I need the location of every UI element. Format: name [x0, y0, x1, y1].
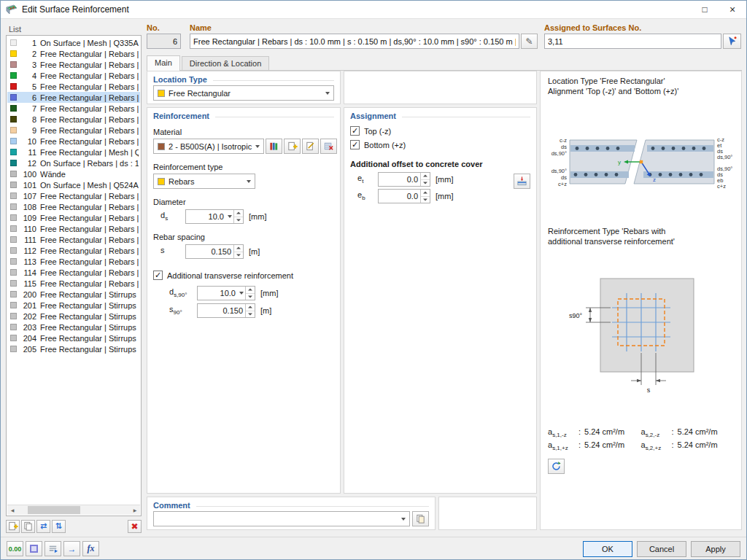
copy-reinforcement-button[interactable]	[21, 520, 35, 533]
apply-button[interactable]: Apply	[691, 541, 740, 557]
scroll-thumb[interactable]	[28, 506, 80, 514]
item-color-swatch	[10, 39, 17, 46]
list-item[interactable]: 112 Free Rectangular | Rebars | ds : 14.…	[7, 245, 140, 256]
tab-main[interactable]: Main	[147, 55, 180, 71]
tab-direction-location[interactable]: Direction & Location	[182, 56, 269, 70]
list-item[interactable]: 100 Wände	[7, 168, 140, 179]
material-select[interactable]: 2 - B500S(A) | Isotropic | Linear...	[153, 139, 264, 154]
name-label: Name	[190, 23, 519, 33]
list-lines-icon	[47, 543, 58, 554]
s-spinner[interactable]	[233, 245, 243, 258]
list-item[interactable]: 11 Free Rectangular | Mesh | Q257A | Top	[7, 147, 140, 158]
list-item[interactable]: 10 Free Rectangular | Rebars | ds : 10.0…	[7, 136, 140, 147]
scroll-left-icon[interactable]: ◀	[7, 505, 18, 515]
ds-spinner[interactable]	[233, 210, 243, 223]
list-item[interactable]: 114 Free Rectangular | Rebars | ds : 14.…	[7, 267, 140, 278]
formula-button[interactable]: fx	[82, 541, 99, 556]
transverse-reinforcement-checkbox[interactable]: ✓	[153, 271, 163, 280]
list-item[interactable]: 8 Free Rectangular | Rebars | ds : 10.0 …	[7, 114, 140, 125]
maximize-button[interactable]: □	[691, 1, 719, 18]
s90-spinner[interactable]	[245, 304, 255, 317]
list-item[interactable]: 200 Free Rectangular | Stirrups | ds,t :…	[7, 289, 140, 300]
pick-surfaces-button[interactable]	[723, 34, 741, 49]
list-item[interactable]: 3 Free Rectangular | Rebars | ds : 10.0 …	[7, 59, 140, 70]
list-item[interactable]: 108 Free Rectangular | Rebars | ds : 14.…	[7, 201, 140, 212]
edit-material-button[interactable]	[302, 139, 319, 154]
list-item[interactable]: 110 Free Rectangular | Rebars | ds : 14.…	[7, 223, 140, 234]
list-item[interactable]: 5 Free Rectangular | Rebars | ds : 10.0 …	[7, 81, 140, 92]
item-number: 203	[19, 323, 36, 332]
list-item[interactable]: 9 Free Rectangular | Rebars | ds : 10.0 …	[7, 125, 140, 136]
assigned-surfaces-input[interactable]	[544, 34, 721, 49]
import-items-button[interactable]: ⇄	[36, 520, 50, 533]
item-color-swatch	[10, 182, 17, 188]
cancel-button[interactable]: Cancel	[637, 541, 686, 557]
list-item[interactable]: 203 Free Rectangular | Stirrups | ds,t :…	[7, 322, 140, 332]
location-type-select[interactable]: Free Rectangular	[153, 85, 334, 101]
transfer-button[interactable]: →	[63, 541, 80, 556]
item-color-swatch	[10, 94, 17, 101]
material-library-button[interactable]	[266, 139, 282, 154]
delete-reinforcement-button[interactable]: ✖	[128, 520, 142, 533]
list-item[interactable]: 115 Free Rectangular | Rebars | ds : 14.…	[7, 278, 140, 289]
list-item[interactable]: 204 Free Rectangular | Stirrups | ds,t :…	[7, 332, 140, 343]
list-item[interactable]: 109 Free Rectangular | Rebars | ds : 14.…	[7, 212, 140, 223]
delete-icon: ✖	[131, 522, 138, 531]
sort-items-button[interactable]: ⇅	[52, 520, 66, 533]
s90-label: s90°	[169, 305, 197, 316]
list-item[interactable]: 113 Free Rectangular | Rebars | ds : 14.…	[7, 256, 140, 267]
reinforcement-type-select[interactable]: Rebars	[153, 174, 255, 189]
item-color-swatch	[10, 346, 17, 352]
item-text: Free Rectangular | Rebars | ds : 10.0 mm	[40, 104, 139, 113]
edit-name-button[interactable]: ✎	[521, 34, 538, 49]
et-input[interactable]: 0.0	[378, 172, 430, 187]
comment-copy-button[interactable]	[412, 511, 429, 526]
list-item[interactable]: 4 Free Rectangular | Rebars | ds : 10.0 …	[7, 70, 140, 81]
close-button[interactable]: ×	[719, 1, 746, 18]
et-spinner[interactable]	[420, 173, 430, 186]
color-scheme-button[interactable]	[26, 541, 42, 556]
top-z-checkbox[interactable]: ✓	[350, 126, 360, 136]
footer: 0.00 → fx OK Cancel Apply	[1, 537, 746, 560]
new-material-button[interactable]	[284, 139, 301, 154]
item-text: Free Rectangular | Rebars | ds : 14.0 mm	[40, 246, 139, 255]
s-input[interactable]: 0.150	[185, 244, 244, 259]
list-item[interactable]: 201 Free Rectangular | Stirrups | ds,t :…	[7, 300, 140, 311]
list-item[interactable]: 205 Free Rectangular | Stirrups | ds,t :…	[7, 343, 140, 354]
eb-input[interactable]: 0.0	[378, 189, 430, 203]
list-horizontal-scrollbar[interactable]: ◀ ▶	[7, 505, 140, 515]
list-settings-button[interactable]	[44, 541, 61, 556]
list-item[interactable]: 1 On Surface | Mesh | Q335A | Top (-z)	[7, 37, 140, 48]
ds90-spinner[interactable]	[245, 287, 255, 300]
new-reinforcement-button[interactable]	[6, 520, 20, 533]
list-item[interactable]: 111 Free Rectangular | Rebars | ds : 8.0…	[7, 234, 140, 245]
item-number: 4	[19, 71, 36, 80]
ds-select[interactable]: 10.0	[185, 209, 244, 224]
scroll-track[interactable]	[18, 505, 130, 515]
s90-input[interactable]: 0.150	[197, 303, 255, 318]
arrow-right-icon: →	[68, 545, 77, 553]
list-item[interactable]: 2 Free Rectangular | Rebars | ds : 10.0 …	[7, 48, 140, 59]
comment-select[interactable]	[153, 511, 410, 526]
scroll-right-icon[interactable]: ▶	[130, 505, 140, 515]
refresh-graphic-button[interactable]	[548, 459, 565, 474]
delete-material-button[interactable]	[320, 139, 337, 154]
list-item[interactable]: 12 On Surface | Rebars | ds : 10.0 mm	[7, 158, 140, 168]
titlebar: Edit Surface Reinforcement □ ×	[1, 1, 746, 19]
list-item[interactable]: 202 Free Rectangular | Stirrups | ds,t :…	[7, 311, 140, 322]
list-item[interactable]: 6 Free Rectangular | Rebars | ds : 10.0 …	[7, 92, 140, 103]
ok-button[interactable]: OK	[583, 541, 632, 557]
bottom-z-checkbox[interactable]: ✓	[350, 140, 360, 149]
list-item[interactable]: 107 Free Rectangular | Rebars | ds : 14.…	[7, 190, 140, 201]
concrete-cover-button[interactable]	[514, 174, 530, 189]
list-item[interactable]: 7 Free Rectangular | Rebars | ds : 10.0 …	[7, 103, 140, 114]
svg-text:c-z: c-z	[560, 137, 567, 144]
decimal-places-button[interactable]: 0.00	[7, 541, 23, 556]
item-color-swatch	[10, 324, 17, 330]
item-text: On Surface | Rebars | ds : 10.0 mm	[40, 159, 139, 168]
name-input[interactable]	[190, 34, 519, 49]
ds90-select[interactable]: 10.0	[197, 286, 255, 300]
list-item[interactable]: 101 On Surface | Mesh | Q524A | Top (-z)	[7, 179, 140, 190]
eb-spinner[interactable]	[420, 190, 430, 203]
swap-arrows-icon: ⇄	[40, 522, 47, 530]
